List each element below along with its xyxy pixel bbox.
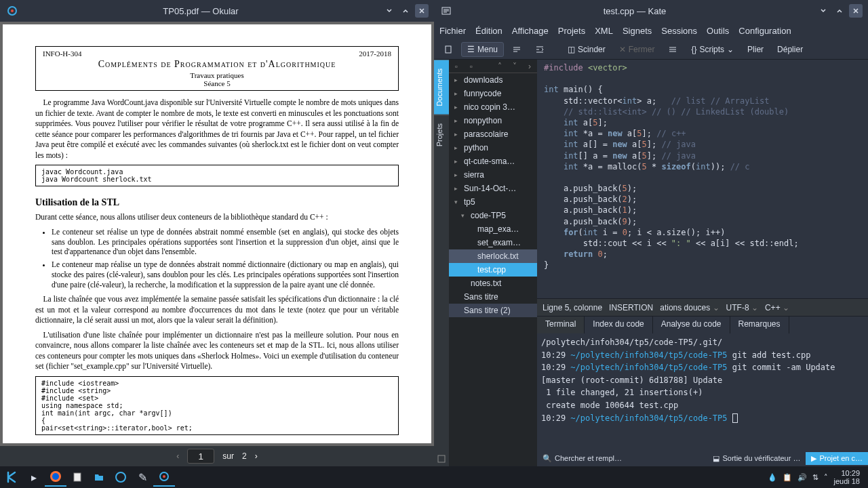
prev-page-button[interactable]: ‹ (176, 451, 179, 461)
bottom-tab[interactable]: Index du code (585, 317, 652, 333)
minimize-button[interactable] (382, 4, 396, 18)
indent-mode[interactable]: ations douces (660, 303, 719, 312)
task-edit-icon[interactable]: ✎ (132, 468, 153, 487)
tree-item[interactable]: map_exa… (449, 222, 537, 236)
task-files-icon[interactable] (88, 468, 110, 487)
tree-new-icon[interactable]: ▫ (450, 61, 462, 72)
tree-item[interactable]: ▸qt-cute-sma… (449, 155, 537, 168)
code-editor[interactable]: #include <vector> int main() { std::vect… (537, 60, 868, 298)
task-desktop-icon[interactable]: ▸ (23, 468, 45, 487)
tray-drop-icon[interactable]: 💧 (768, 473, 777, 482)
tree-up-icon[interactable]: ˄ (494, 61, 506, 72)
close-button[interactable] (849, 4, 863, 18)
tree-item[interactable]: ▸parascolaire (449, 127, 537, 141)
tree-item[interactable]: test.cpp (449, 263, 537, 277)
tree-item[interactable]: notes.txt (449, 277, 537, 290)
current-project-button[interactable]: ▶ Projet en c… (806, 452, 868, 465)
academic-year: 2017-2018 (359, 49, 391, 58)
kate-statusbar: Ligne 5, colonne INSERTION ations douces… (537, 298, 868, 316)
task-browser-icon[interactable] (110, 468, 132, 487)
documents-tab[interactable]: Documents (434, 60, 449, 115)
menu-signets[interactable]: Signets (623, 26, 652, 36)
side-extra-icon[interactable] (434, 451, 449, 466)
tree-save-icon[interactable]: ▫ (465, 61, 477, 72)
kde-launcher[interactable] (3, 468, 23, 487)
svg-point-13 (163, 475, 165, 478)
menu-sessions[interactable]: Sessions (661, 26, 697, 36)
page-sep: sur (222, 451, 234, 461)
tree-item[interactable]: ▸Sun-14-Oct-… (449, 182, 537, 195)
bottom-tab[interactable]: Analyse du code (653, 317, 730, 333)
menu-outils[interactable]: Outils (707, 26, 729, 36)
cursor-pos[interactable]: Ligne 5, colonne (542, 303, 602, 312)
svg-point-1 (11, 9, 14, 12)
scripts-button[interactable]: {} Scripts ⌄ (686, 43, 739, 56)
close-view-button[interactable]: ✕ Fermer (614, 43, 660, 56)
split-button[interactable]: ◫ Scinder (562, 43, 611, 56)
tray-volume-icon[interactable]: 🔊 (797, 473, 807, 482)
set-bullet: Le conteneur set réalise un type de donn… (52, 227, 399, 258)
tree-item[interactable]: Sans titre (2) (449, 304, 537, 317)
page-total: 2 (242, 451, 247, 461)
tray-clipboard-icon[interactable]: 📋 (783, 473, 792, 482)
task-notes-icon[interactable] (66, 468, 88, 487)
list-button[interactable] (663, 43, 683, 56)
doc-title: Compléments de Programmation et d'Algori… (43, 59, 391, 70)
menu-affichage[interactable]: Affichage (512, 26, 549, 36)
tree-item[interactable]: ▸funnycode (449, 87, 537, 100)
wrap-button[interactable] (507, 43, 527, 56)
menu-xml[interactable]: XML (595, 26, 613, 36)
kate-title: test.cpp — Kate (453, 6, 816, 16)
task-firefox-icon[interactable] (45, 468, 66, 487)
svg-rect-6 (446, 46, 451, 53)
tree-item[interactable]: ▾code-TP5 (449, 209, 537, 222)
edit-mode[interactable]: INSERTION (609, 303, 653, 312)
compare-para: L'utilisation d'une liste chaînée pour i… (35, 330, 399, 372)
tree-item[interactable]: set_exam… (449, 236, 537, 249)
encoding[interactable]: UTF-8 (726, 303, 758, 312)
bottom-tab[interactable]: Terminal (537, 317, 585, 333)
menu-édition[interactable]: Édition (475, 26, 502, 36)
indent-button[interactable] (530, 43, 550, 56)
verifier-output-button[interactable]: ⬓ Sortie du vérificateur … (707, 452, 806, 465)
close-button[interactable] (415, 4, 429, 18)
taskbar: ▸ ✎ 💧 📋 🔊 ⇅ ˄ 10:29 jeudi 18 (0, 466, 868, 488)
minimize-button[interactable] (816, 4, 830, 18)
syntax-lang[interactable]: C++ (765, 303, 789, 312)
tree-item[interactable]: Sans titre (449, 290, 537, 304)
svg-rect-10 (74, 473, 81, 481)
task-okular-icon[interactable] (153, 468, 175, 487)
tree-down-icon[interactable]: ˅ (509, 61, 521, 72)
tree-item[interactable]: ▸python (449, 141, 537, 155)
tree-item[interactable]: sherlock.txt (449, 249, 537, 263)
fold-button[interactable]: Plier (742, 43, 769, 56)
projects-tab[interactable]: Projets (434, 115, 449, 155)
unfold-button[interactable]: Déplier (772, 43, 808, 56)
search-replace-button[interactable]: 🔍 Chercher et rempl… (537, 452, 627, 465)
pdf-page: INFO-H-304 2017-2018 Compléments de Prog… (3, 24, 431, 443)
menu-projets[interactable]: Projets (558, 26, 585, 36)
tree-item[interactable]: ▸downloads (449, 73, 537, 87)
page-input[interactable] (187, 449, 214, 464)
maximize-button[interactable] (399, 4, 412, 18)
bottom-tab[interactable]: Remarques (730, 317, 789, 333)
kate-menubar: FichierÉditionAffichageProjetsXMLSignets… (434, 22, 868, 39)
menu-fichier[interactable]: Fichier (439, 26, 466, 36)
tree-item[interactable]: ▸nonpython (449, 114, 537, 127)
next-page-button[interactable]: › (255, 451, 258, 461)
okular-viewport[interactable]: INFO-H-304 2017-2018 Compléments de Prog… (0, 22, 434, 446)
side-tabs: Documents Projets (434, 60, 449, 466)
new-doc-button[interactable] (438, 43, 458, 56)
menu-configuration[interactable]: Configuration (738, 26, 791, 36)
tree-item[interactable]: ▾tp5 (449, 195, 537, 209)
tray-expand-icon[interactable]: ˄ (824, 473, 828, 482)
tree-next-icon[interactable]: › (524, 61, 536, 72)
menu-button[interactable]: ☰ Menu (461, 42, 504, 57)
svg-point-9 (52, 473, 59, 480)
tree-item[interactable]: ▸sierra (449, 168, 537, 182)
maximize-button[interactable] (833, 4, 846, 18)
tree-item[interactable]: ▸nico copin 3… (449, 100, 537, 114)
taskbar-clock[interactable]: 10:29 jeudi 18 (833, 469, 860, 485)
terminal-panel[interactable]: /polytech/infoh304/tp5/code-TP5/.git/ 10… (537, 333, 868, 450)
tray-network-icon[interactable]: ⇅ (812, 473, 818, 482)
